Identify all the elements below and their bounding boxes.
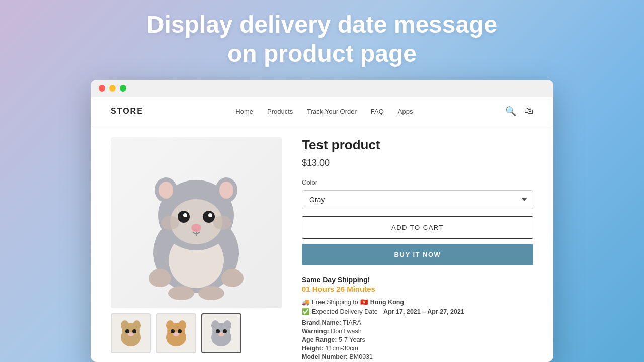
svg-point-19: [213, 216, 231, 230]
free-shipping-line: 🚚 Free Shipping to 🇭🇰 Hong Kong: [302, 298, 533, 306]
svg-point-22: [121, 320, 129, 330]
height-value: 11cm-30cm: [326, 345, 358, 352]
details-section: Brand Name: TIARA Warning: Don't wash Ag…: [302, 319, 533, 360]
svg-point-10: [183, 213, 187, 217]
brand-value: TIARA: [343, 319, 361, 326]
main-product-image: [111, 137, 282, 308]
nav-home[interactable]: Home: [235, 108, 253, 115]
nav-icons: 🔍 🛍: [505, 106, 533, 117]
warning-line: Warning: Don't wash: [302, 328, 533, 335]
flag-icon: 🇭🇰: [360, 298, 368, 306]
nav-products[interactable]: Products: [267, 108, 293, 115]
svg-point-37: [223, 320, 231, 330]
svg-point-26: [128, 332, 134, 336]
product-price: $13.00: [302, 158, 533, 168]
svg-point-14: [149, 269, 171, 287]
age-value: 5-7 Years: [339, 336, 365, 343]
truck-icon: 🚚: [302, 298, 310, 306]
svg-point-32: [178, 329, 182, 333]
countdown-timer: 01 Hours 26 Minutes: [302, 285, 533, 293]
thumbnail-3[interactable]: [201, 313, 242, 353]
warning-value: Don't wash: [331, 328, 361, 335]
svg-point-8: [178, 211, 190, 223]
model-value: BM0031: [349, 353, 373, 360]
nav-apps[interactable]: Apps: [398, 108, 413, 115]
svg-point-9: [203, 211, 215, 223]
product-title: Test product: [302, 137, 533, 153]
thumbnail-2[interactable]: [156, 313, 196, 353]
color-label: Color: [302, 178, 533, 186]
bag-icon[interactable]: 🛍: [524, 106, 533, 116]
buy-now-button[interactable]: BUY IT NOW: [302, 244, 533, 265]
brand-label: Brand Name:: [302, 319, 341, 326]
search-icon[interactable]: 🔍: [505, 106, 516, 117]
browser-chrome: [91, 80, 553, 97]
model-line: Model Number: BM0031: [302, 353, 533, 360]
svg-point-31: [171, 329, 175, 333]
nav-links: Home Products Track Your Order FAQ Apps: [235, 107, 413, 116]
thumbnail-1[interactable]: [111, 313, 151, 353]
svg-point-11: [208, 213, 212, 217]
hero-title: Display delivery date message on product…: [127, 10, 517, 68]
svg-point-15: [221, 269, 244, 287]
svg-point-12: [191, 224, 201, 232]
thumbnail-row: [111, 313, 282, 353]
nav-track-order[interactable]: Track Your Order: [307, 108, 357, 115]
close-dot[interactable]: [99, 85, 105, 92]
minimize-dot[interactable]: [109, 85, 116, 92]
svg-point-17: [198, 286, 224, 300]
height-line: Height: 11cm-30cm: [302, 345, 533, 352]
svg-point-7: [219, 182, 233, 199]
hamster-illustration: [126, 142, 267, 303]
svg-point-38: [216, 329, 220, 333]
expected-label: Expected Delivery Date: [312, 308, 378, 315]
free-shipping-text: Free Shipping to: [312, 299, 358, 306]
age-line: Age Range: 5-7 Years: [302, 336, 533, 343]
add-to-cart-button[interactable]: ADD TO CART: [302, 216, 533, 239]
maximize-dot[interactable]: [120, 85, 126, 92]
svg-point-24: [125, 329, 129, 333]
age-label: Age Range:: [302, 336, 337, 343]
svg-point-23: [133, 320, 141, 330]
svg-point-30: [178, 320, 186, 330]
svg-point-18: [161, 216, 179, 230]
svg-point-29: [166, 320, 174, 330]
color-select[interactable]: Gray Brown White: [302, 190, 533, 209]
shipping-section: Same Day Shipping! 01 Hours 26 Minutes 🚚…: [302, 276, 533, 315]
brand-line: Brand Name: TIARA: [302, 319, 533, 326]
height-label: Height:: [302, 345, 324, 352]
product-info: Test product $13.00 Color Gray Brown Whi…: [302, 137, 533, 362]
destination-text: Hong Kong: [370, 299, 404, 306]
svg-point-25: [132, 329, 136, 333]
svg-point-16: [168, 286, 194, 300]
check-icon: ✅: [302, 308, 310, 315]
model-label: Model Number:: [302, 353, 348, 360]
store-logo: STORE: [111, 107, 143, 116]
product-area: Test product $13.00 Color Gray Brown Whi…: [91, 125, 553, 362]
svg-point-5: [159, 182, 173, 199]
svg-point-40: [218, 332, 224, 336]
product-images: [111, 137, 282, 362]
nav-faq[interactable]: FAQ: [371, 108, 384, 115]
delivery-range: Apr 17, 2021 – Apr 27, 2021: [383, 308, 464, 315]
svg-point-36: [211, 320, 219, 330]
browser-window: STORE Home Products Track Your Order FAQ…: [91, 80, 553, 362]
delivery-date-line: ✅ Expected Delivery Date Apr 17, 2021 – …: [302, 308, 533, 315]
svg-point-39: [223, 329, 227, 333]
warning-label: Warning:: [302, 328, 329, 335]
svg-point-33: [173, 332, 179, 336]
store-nav: STORE Home Products Track Your Order FAQ…: [91, 97, 553, 125]
same-day-label: Same Day Shipping!: [302, 276, 533, 284]
